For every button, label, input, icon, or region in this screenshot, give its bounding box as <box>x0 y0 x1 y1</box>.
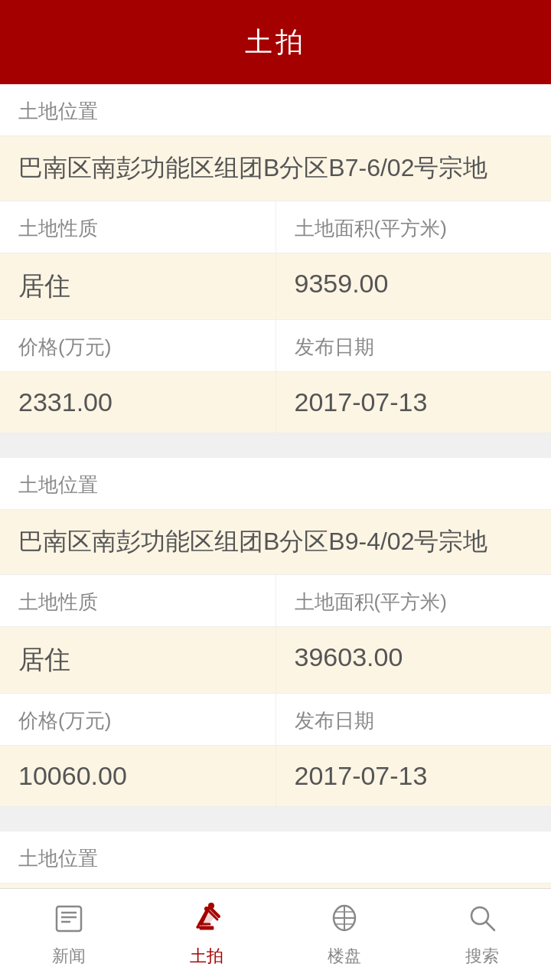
fields-header-row-1: 土地性质 土地面积(平方米) <box>0 201 551 253</box>
nav-label-loupan: 楼盘 <box>328 945 361 968</box>
fields-header-row-1b: 价格(万元) 发布日期 <box>0 320 551 372</box>
field-header-area-2: 土地面积(平方米) <box>276 575 552 626</box>
nav-item-tupai[interactable]: 土拍 <box>138 901 276 968</box>
field-value-date-2: 2017-07-13 <box>276 746 552 806</box>
field-header-price-1: 价格(万元) <box>0 320 276 371</box>
search-icon <box>465 901 499 940</box>
listing-card-1[interactable]: 土地位置 巴南区南彭功能区组团B分区B7-6/02号宗地 土地性质 土地面积(平… <box>0 84 551 433</box>
separator-2 <box>0 819 551 831</box>
nav-item-loupan[interactable]: 楼盘 <box>276 901 413 968</box>
nav-label-news: 新闻 <box>52 945 86 968</box>
field-value-area-2: 39603.00 <box>276 627 552 693</box>
field-value-area-1: 9359.00 <box>276 253 552 319</box>
app-header: 土拍 <box>0 0 551 84</box>
field-value-nature-2: 居住 <box>0 627 276 693</box>
nav-item-search[interactable]: 搜索 <box>413 901 551 968</box>
header-title: 土拍 <box>245 24 306 61</box>
field-value-nature-1: 居住 <box>0 253 276 319</box>
nav-label-tupai: 土拍 <box>190 945 223 968</box>
field-header-area-1: 土地面积(平方米) <box>276 201 552 253</box>
fields-value-row-2: 居住 39603.00 <box>0 627 551 694</box>
location-1: 巴南区南彭功能区组团B分区B7-6/02号宗地 <box>0 136 551 201</box>
listing-card-2[interactable]: 土地位置 巴南区南彭功能区组团B分区B9-4/02号宗地 土地性质 土地面积(平… <box>0 458 551 807</box>
bottom-nav: 新闻 土拍 <box>0 888 551 980</box>
field-value-date-1: 2017-07-13 <box>276 372 552 433</box>
nav-label-search: 搜索 <box>465 945 499 968</box>
svg-rect-0 <box>57 906 81 931</box>
field-value-price-1: 2331.00 <box>0 372 276 433</box>
section-label-1: 土地位置 <box>0 84 551 136</box>
fields-value-row-2b: 10060.00 2017-07-13 <box>0 746 551 807</box>
field-value-price-2: 10060.00 <box>0 746 276 806</box>
news-icon <box>52 902 86 940</box>
field-header-price-2: 价格(万元) <box>0 694 276 745</box>
field-header-date-1: 发布日期 <box>276 320 552 371</box>
section-label-2: 土地位置 <box>0 458 551 509</box>
fields-header-row-2: 土地性质 土地面积(平方米) <box>0 575 551 627</box>
location-2: 巴南区南彭功能区组团B分区B9-4/02号宗地 <box>0 509 551 575</box>
tupai-icon <box>190 901 223 940</box>
nav-item-news[interactable]: 新闻 <box>0 902 138 968</box>
fields-1: 土地性质 土地面积(平方米) 居住 9359.00 价格(万元) 发布日期 23… <box>0 201 551 433</box>
fields-2: 土地性质 土地面积(平方米) 居住 39603.00 价格(万元) 发布日期 1… <box>0 575 551 807</box>
scroll-area: 土地位置 巴南区南彭功能区组团B分区B7-6/02号宗地 土地性质 土地面积(平… <box>0 84 551 980</box>
loupan-icon <box>328 901 361 940</box>
fields-value-row-1b: 2331.00 2017-07-13 <box>0 372 551 433</box>
section-label-3: 土地位置 <box>0 831 551 883</box>
field-header-nature-1: 土地性质 <box>0 201 276 253</box>
field-header-date-2: 发布日期 <box>276 694 552 745</box>
field-header-nature-2: 土地性质 <box>0 575 276 626</box>
svg-line-7 <box>486 922 494 930</box>
separator-1 <box>0 446 551 458</box>
fields-header-row-2b: 价格(万元) 发布日期 <box>0 694 551 746</box>
fields-value-row-1: 居住 9359.00 <box>0 253 551 320</box>
